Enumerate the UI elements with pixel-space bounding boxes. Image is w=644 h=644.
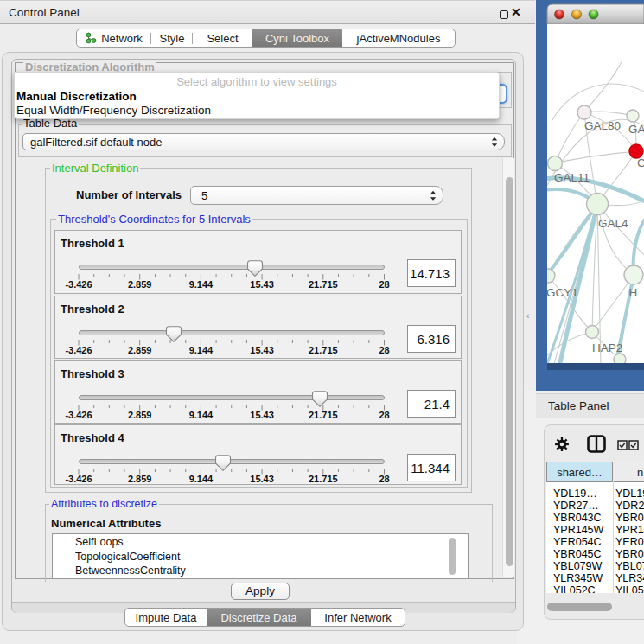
svg-text:GA: GA bbox=[628, 123, 644, 136]
svg-text:HAP2: HAP2 bbox=[592, 341, 622, 354]
svg-text:GAL4: GAL4 bbox=[598, 217, 628, 230]
svg-text:H: H bbox=[629, 286, 638, 299]
svg-text:GAL80: GAL80 bbox=[584, 119, 621, 132]
svg-text:GAL11: GAL11 bbox=[554, 171, 590, 184]
svg-text:GCY1: GCY1 bbox=[546, 286, 578, 299]
svg-text:C: C bbox=[637, 156, 644, 169]
